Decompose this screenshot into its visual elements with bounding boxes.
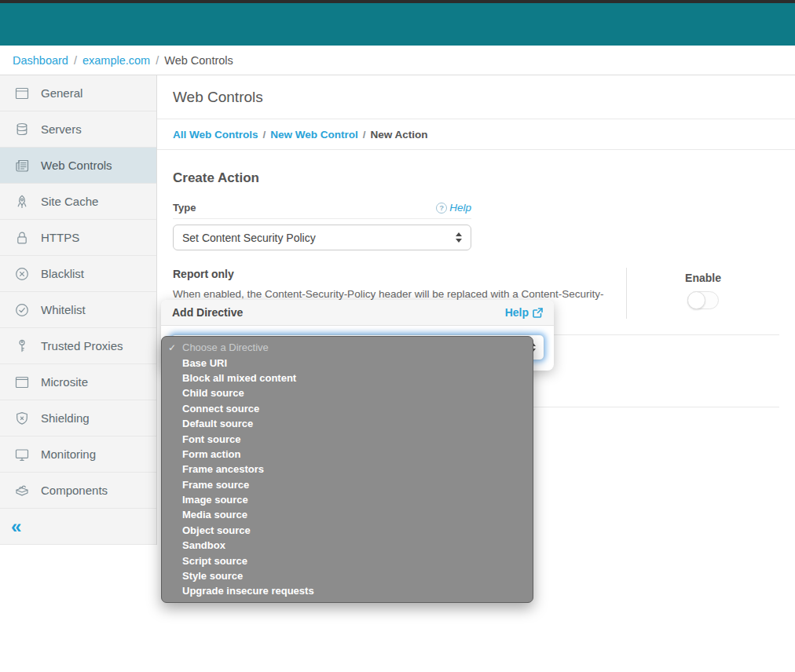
- dropdown-option[interactable]: Child source: [162, 385, 533, 400]
- dropdown-option[interactable]: Upgrade insecure requests: [162, 583, 533, 598]
- top-dark-strip: [0, 0, 795, 3]
- sidebar-item-servers[interactable]: Servers: [0, 111, 156, 148]
- circle-check-icon: [14, 302, 30, 318]
- popup-help-label: Help: [505, 306, 529, 319]
- circle-x-icon: [14, 266, 30, 282]
- section-breadcrumb: All Web Controls / New Web Control / New…: [157, 119, 795, 150]
- question-circle-icon: ?: [436, 203, 447, 214]
- dropdown-option[interactable]: Image source: [162, 492, 533, 507]
- sidebar-item-web-controls[interactable]: Web Controls: [0, 148, 156, 184]
- breadcrumb-separator: /: [156, 54, 159, 67]
- sidebar-item-label: Trusted Proxies: [41, 339, 123, 352]
- action-type-value: Set Content Security Policy: [182, 232, 316, 244]
- report-only-heading: Report only: [173, 268, 610, 280]
- database-icon: [14, 122, 30, 137]
- sidebar-item-label: Whitelist: [41, 303, 86, 316]
- monitor-icon: [14, 447, 30, 462]
- action-type-select[interactable]: Set Content Security Policy: [173, 225, 471, 250]
- type-help-label: Help: [449, 202, 471, 214]
- chevron-double-left-icon: «: [11, 516, 21, 538]
- crumb-separator: /: [363, 129, 366, 141]
- sidebar-item-shielding[interactable]: Shielding: [0, 400, 156, 436]
- sidebar-item-components[interactable]: Components: [0, 473, 156, 509]
- dropdown-option[interactable]: Sandbox: [162, 538, 533, 553]
- enable-label: Enable: [685, 272, 721, 284]
- dropdown-option[interactable]: Media source: [162, 507, 533, 522]
- components-icon: [14, 483, 30, 499]
- sidebar-item-label: Microsite: [41, 375, 88, 389]
- sidebar-item-label: Blacklist: [41, 267, 84, 280]
- sidebar: General Servers Web Controls Site Cache …: [0, 75, 157, 545]
- dropdown-option[interactable]: Default source: [162, 416, 533, 431]
- type-label: Type: [173, 202, 196, 214]
- breadcrumb-separator: /: [74, 54, 77, 67]
- sidebar-item-monitoring[interactable]: Monitoring: [0, 436, 156, 473]
- sidebar-item-label: HTTPS: [41, 231, 79, 244]
- window-icon: [14, 86, 30, 101]
- shield-x-icon: [14, 411, 30, 426]
- top-header-bar: [0, 0, 795, 46]
- breadcrumb-current: Web Controls: [164, 54, 233, 67]
- sidebar-item-blacklist[interactable]: Blacklist: [0, 256, 156, 292]
- sidebar-item-https[interactable]: HTTPS: [0, 220, 156, 256]
- breadcrumb-link-site[interactable]: example.com: [82, 54, 150, 67]
- dropdown-option[interactable]: Frame source: [162, 477, 533, 492]
- dropdown-option[interactable]: Script source: [162, 553, 533, 568]
- sidebar-item-microsite[interactable]: Microsite: [0, 364, 156, 400]
- dropdown-option[interactable]: Block all mixed content: [162, 371, 533, 385]
- dropdown-option[interactable]: Form action: [162, 447, 533, 462]
- key-icon: [14, 338, 30, 354]
- toggle-knob: [687, 291, 705, 309]
- rocket-icon: [14, 194, 30, 210]
- create-action-heading: Create Action: [173, 170, 779, 186]
- dropdown-option[interactable]: Object source: [162, 523, 533, 538]
- sidebar-item-general[interactable]: General: [0, 75, 156, 111]
- sidebar-collapse-button[interactable]: «: [0, 509, 156, 545]
- sidebar-item-site-cache[interactable]: Site Cache: [0, 184, 156, 220]
- select-stepper-icon: [456, 232, 462, 243]
- breadcrumb-link-dashboard[interactable]: Dashboard: [13, 54, 68, 67]
- sidebar-item-label: Web Controls: [41, 159, 112, 172]
- page-title: Web Controls: [173, 89, 263, 106]
- sidebar-item-label: Components: [41, 484, 108, 497]
- dropdown-option[interactable]: Frame ancestors: [162, 462, 533, 477]
- dropdown-option[interactable]: Connect source: [162, 401, 533, 416]
- crumb-new-action: New Action: [371, 129, 428, 141]
- browser-icon: [14, 374, 30, 390]
- lock-icon: [14, 230, 30, 246]
- directive-dropdown-menu: Choose a DirectiveBase URIBlock all mixe…: [161, 336, 533, 603]
- add-directive-help-link[interactable]: Help: [505, 306, 543, 319]
- sidebar-item-label: Shielding: [41, 411, 90, 425]
- sidebar-item-label: Site Cache: [41, 195, 98, 208]
- dropdown-option[interactable]: Choose a Directive: [162, 340, 533, 355]
- news-icon: [14, 158, 30, 173]
- report-only-toggle[interactable]: [687, 291, 719, 309]
- crumb-all-web-controls[interactable]: All Web Controls: [173, 129, 258, 141]
- crumb-separator: /: [263, 129, 266, 141]
- type-help-link[interactable]: ? Help: [436, 202, 471, 214]
- external-link-icon: [533, 308, 543, 318]
- sidebar-item-trusted-proxies[interactable]: Trusted Proxies: [0, 328, 156, 364]
- crumb-new-web-control[interactable]: New Web Control: [270, 129, 358, 141]
- sidebar-item-label: General: [41, 86, 82, 100]
- dropdown-option[interactable]: Font source: [162, 431, 533, 446]
- sidebar-item-label: Servers: [41, 122, 82, 136]
- add-directive-title: Add Directive: [172, 306, 243, 319]
- sidebar-item-label: Monitoring: [41, 447, 96, 461]
- breadcrumb: Dashboard / example.com / Web Controls: [0, 46, 795, 75]
- sidebar-item-whitelist[interactable]: Whitelist: [0, 292, 156, 328]
- dropdown-option[interactable]: Base URI: [162, 355, 533, 370]
- dropdown-option[interactable]: Style source: [162, 568, 533, 583]
